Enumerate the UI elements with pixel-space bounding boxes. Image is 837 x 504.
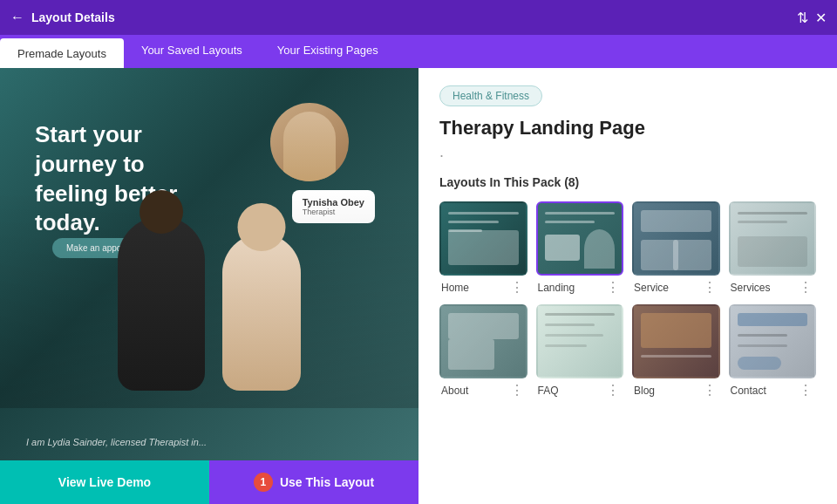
thumb-img-services <box>729 201 817 276</box>
thumb-block <box>673 240 711 270</box>
use-layout-badge: 1 <box>254 473 273 492</box>
left-panel: Start your journey to feeling better tod… <box>0 68 418 504</box>
thumb-menu-landing[interactable]: ⋮ <box>604 279 622 296</box>
person-silhouette <box>283 112 336 181</box>
layout-thumb-service[interactable]: Service ⋮ <box>632 201 720 296</box>
thumb-menu-faq[interactable]: ⋮ <box>604 382 622 398</box>
thumb-img-faq <box>536 304 624 378</box>
thumb-menu-contact[interactable]: ⋮ <box>797 382 814 398</box>
thumb-line <box>738 334 788 337</box>
thumb-img-landing <box>536 201 624 276</box>
main-content: Start your journey to feeling better tod… <box>0 68 837 504</box>
layout-thumb-faq[interactable]: FAQ ⋮ <box>536 304 624 398</box>
thumb-label-about: About <box>441 385 468 397</box>
use-layout-label: Use This Layout <box>280 475 374 489</box>
preview-bottom-text: I am Lydia Sainder, licensed Therapist i… <box>26 437 207 447</box>
use-layout-button[interactable]: 1 Use This Layout <box>209 460 418 504</box>
thumb-line <box>448 221 499 223</box>
back-icon[interactable]: ← <box>10 10 24 25</box>
layout-thumb-about[interactable]: About ⋮ <box>439 304 527 398</box>
thumb-block <box>641 210 711 232</box>
live-demo-button[interactable]: View Live Demo <box>0 460 209 504</box>
thumb-img-about <box>439 304 527 378</box>
thumb-label-services: Services <box>731 282 771 294</box>
therapist-scene <box>0 190 418 408</box>
preview-image: Start your journey to feeling better tod… <box>0 68 418 460</box>
title-bar-left: ← Layout Details <box>10 10 115 25</box>
thumb-block <box>641 313 711 348</box>
thumb-footer-about: About ⋮ <box>439 378 527 398</box>
layout-thumb-home[interactable]: Home ⋮ <box>439 201 527 296</box>
person-light-silhouette <box>222 234 301 391</box>
thumb-label-home: Home <box>441 282 469 294</box>
thumb-block <box>448 339 494 370</box>
thumb-footer-services: Services ⋮ <box>729 276 817 296</box>
thumb-menu-services[interactable]: ⋮ <box>797 279 814 296</box>
thumb-label-landing: Landing <box>538 282 575 294</box>
thumb-img-home <box>439 201 527 276</box>
thumb-block <box>738 236 808 267</box>
tab-premade[interactable]: Premade Layouts <box>0 38 124 68</box>
thumb-menu-about[interactable]: ⋮ <box>508 382 526 398</box>
title-bar: ← Layout Details ⇅ ✕ <box>0 0 837 35</box>
thumb-label-contact: Contact <box>731 385 766 397</box>
thumb-footer-home: Home ⋮ <box>439 276 527 296</box>
thumb-block <box>448 230 519 265</box>
title-bar-icons: ⇅ ✕ <box>797 10 827 26</box>
thumb-line <box>545 334 604 337</box>
thumb-menu-blog[interactable]: ⋮ <box>701 382 718 398</box>
thumb-line <box>545 212 616 215</box>
layout-dot: . <box>439 143 816 161</box>
thumb-footer-faq: FAQ ⋮ <box>536 378 624 398</box>
thumb-block <box>584 229 615 269</box>
tab-saved[interactable]: Your Saved Layouts <box>124 35 260 68</box>
category-badge: Health & Fitness <box>439 85 542 106</box>
right-panel: Health & Fitness Therapy Landing Page . … <box>418 68 837 504</box>
thumb-line <box>545 221 595 223</box>
close-icon[interactable]: ✕ <box>815 10 827 26</box>
thumb-menu-home[interactable]: ⋮ <box>508 279 526 296</box>
layouts-grid: Home ⋮ Landing ⋮ <box>439 201 816 398</box>
thumb-footer-blog: Blog ⋮ <box>632 378 720 398</box>
thumb-img-service <box>632 201 720 276</box>
thumb-line <box>738 221 788 223</box>
layout-thumb-landing[interactable]: Landing ⋮ <box>536 201 624 296</box>
thumb-img-contact <box>729 304 817 378</box>
layout-title: Therapy Landing Page <box>439 117 816 140</box>
thumb-line <box>738 344 788 347</box>
thumb-img-blog <box>632 304 720 378</box>
thumb-block <box>448 313 519 339</box>
pack-title: Layouts In This Pack (8) <box>439 175 816 189</box>
thumb-menu-service[interactable]: ⋮ <box>701 279 718 296</box>
thumb-line <box>545 344 587 347</box>
left-buttons: View Live Demo 1 Use This Layout <box>0 460 418 504</box>
thumb-line <box>545 313 616 316</box>
tabs-bar: Premade Layouts Your Saved Layouts Your … <box>0 35 837 68</box>
thumb-footer-landing: Landing ⋮ <box>536 276 624 296</box>
thumb-line <box>545 324 595 326</box>
thumb-footer-service: Service ⋮ <box>632 276 720 296</box>
thumb-label-blog: Blog <box>634 385 655 397</box>
person-dark-silhouette <box>118 216 205 391</box>
window-title: Layout Details <box>31 10 115 24</box>
thumb-block <box>738 357 781 370</box>
layout-thumb-blog[interactable]: Blog ⋮ <box>632 304 720 398</box>
thumb-block <box>545 235 580 261</box>
preview-person-circle <box>270 103 349 181</box>
layout-thumb-services[interactable]: Services ⋮ <box>729 201 817 296</box>
thumb-label-service: Service <box>634 282 669 294</box>
thumb-footer-contact: Contact ⋮ <box>729 378 817 398</box>
thumb-line <box>738 212 808 215</box>
thumb-line <box>641 355 711 358</box>
tab-existing[interactable]: Your Existing Pages <box>260 35 396 68</box>
layout-thumb-contact[interactable]: Contact ⋮ <box>729 304 817 398</box>
thumb-label-faq: FAQ <box>538 385 559 397</box>
sort-icon[interactable]: ⇅ <box>797 10 808 26</box>
thumb-line <box>448 212 519 215</box>
thumb-block <box>738 313 808 326</box>
